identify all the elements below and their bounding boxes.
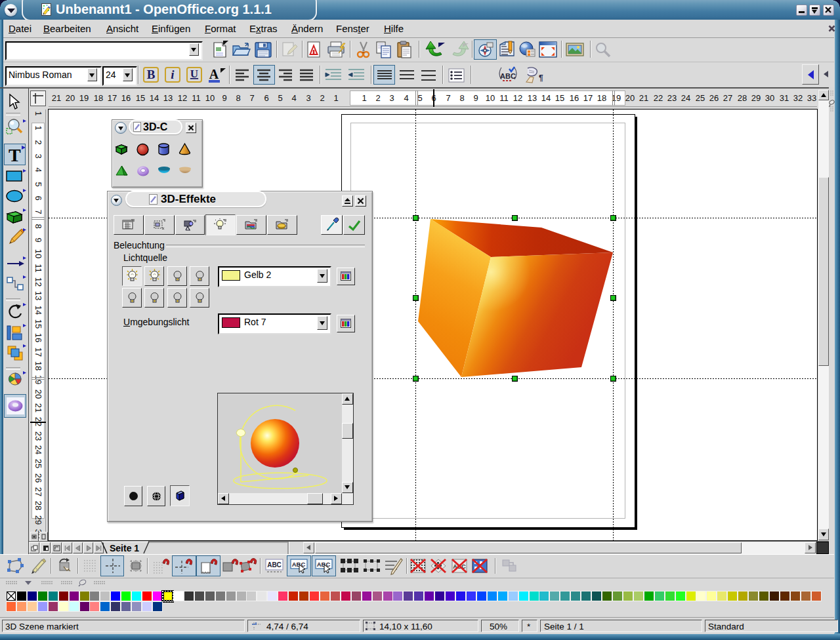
svg-text:B: B [147,68,156,81]
svg-text:ABC: ABC [267,561,282,569]
svg-text:ABC: ABC [500,72,516,80]
svg-text:U: U [190,68,198,80]
svg-text:¶: ¶ [539,73,543,83]
svg-text:A: A [209,67,219,81]
svg-text:ABC: ABC [317,561,331,568]
svg-text:ABC: ABC [292,561,306,568]
svg-text:i: i [171,68,175,81]
